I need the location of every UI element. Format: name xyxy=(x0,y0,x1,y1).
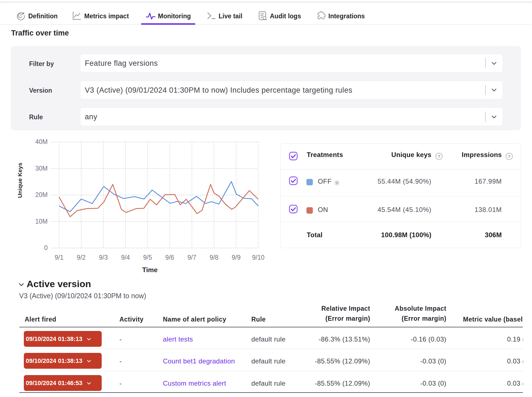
svg-text:9/5: 9/5 xyxy=(143,254,152,261)
svg-text:?: ? xyxy=(508,154,510,159)
svg-text:9/6: 9/6 xyxy=(165,254,174,261)
svg-text:0: 0 xyxy=(44,244,48,251)
svg-text:9/3: 9/3 xyxy=(99,254,108,261)
svg-text:Time: Time xyxy=(142,266,158,274)
svg-text:30M: 30M xyxy=(35,165,48,172)
svg-text:9/4: 9/4 xyxy=(121,254,130,261)
svg-text:9/1: 9/1 xyxy=(55,254,63,261)
svg-text:40M: 40M xyxy=(35,138,48,145)
svg-text:20M: 20M xyxy=(35,191,48,198)
svg-text:10M: 10M xyxy=(35,218,48,225)
svg-text:9/8: 9/8 xyxy=(209,254,218,261)
svg-text:Unique Keys: Unique Keys xyxy=(17,163,23,198)
svg-text:9/7: 9/7 xyxy=(188,254,196,261)
svg-text:9/2: 9/2 xyxy=(77,254,86,261)
svg-text:9/10: 9/10 xyxy=(252,254,265,261)
svg-text:9/9: 9/9 xyxy=(232,254,241,261)
